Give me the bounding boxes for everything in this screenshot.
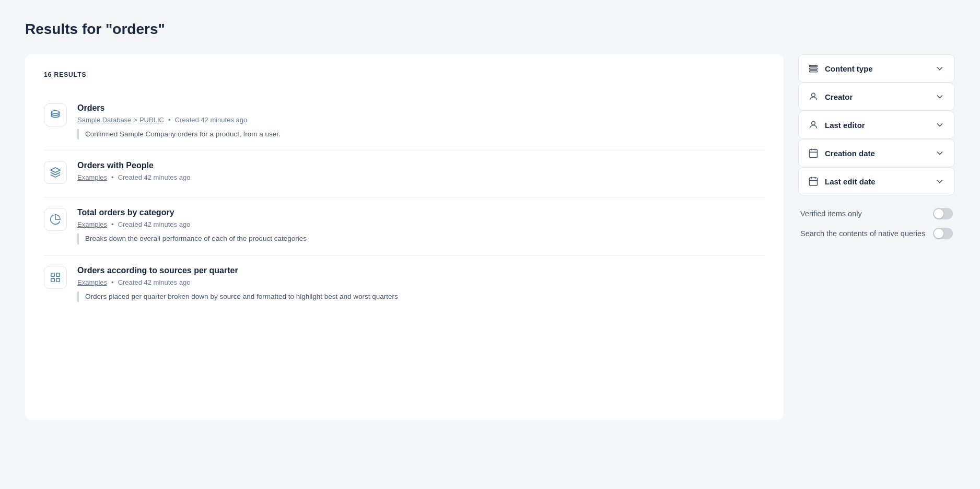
filter-dropdown-last-edit-date[interactable]: Last edit date bbox=[798, 167, 955, 195]
results-count: 16 RESULTS bbox=[44, 71, 765, 78]
result-meta-time: Created 42 minutes ago bbox=[118, 278, 191, 286]
person-icon bbox=[808, 120, 819, 130]
result-meta: Examples • Created 42 minutes ago bbox=[77, 278, 765, 286]
filter-toggles-container: Verified items only Search the contents … bbox=[798, 204, 955, 243]
result-meta-source[interactable]: Examples bbox=[77, 220, 107, 228]
svg-rect-4 bbox=[56, 278, 60, 281]
result-item-orders-by-quarter[interactable]: Orders according to sources per quarter … bbox=[44, 255, 765, 312]
result-item-total-orders-by-category[interactable]: Total orders by category Examples • Crea… bbox=[44, 197, 765, 254]
filter-dropdown-content-type[interactable]: Content type bbox=[798, 54, 955, 83]
filter-label-creation-date: Creation date bbox=[825, 149, 928, 158]
filter-dropdowns-container: Content type Creator Last editor Creatio… bbox=[798, 54, 955, 195]
chevron-down-icon bbox=[935, 63, 945, 74]
filter-toggle-label-verified-only: Verified items only bbox=[800, 209, 862, 218]
svg-rect-6 bbox=[810, 68, 818, 69]
result-meta-source[interactable]: Examples bbox=[77, 278, 107, 286]
toggle-verified-only[interactable] bbox=[933, 208, 953, 219]
page-title: Results for "orders" bbox=[25, 21, 955, 38]
filter-label-last-edit-date: Last edit date bbox=[825, 177, 928, 186]
result-meta: Examples • Created 42 minutes ago bbox=[77, 173, 765, 181]
chevron-down-icon bbox=[935, 120, 945, 130]
filter-label-content-type: Content type bbox=[825, 64, 928, 73]
result-title[interactable]: Orders with People bbox=[77, 161, 765, 170]
filter-dropdown-creator[interactable]: Creator bbox=[798, 83, 955, 111]
chevron-down-icon bbox=[935, 91, 945, 102]
result-title[interactable]: Orders bbox=[77, 103, 765, 113]
list-icon bbox=[808, 63, 819, 74]
result-icon bbox=[44, 208, 67, 231]
svg-rect-5 bbox=[810, 65, 818, 67]
svg-rect-11 bbox=[810, 178, 818, 185]
filter-toggle-label-native-queries: Search the contents of native queries bbox=[800, 229, 925, 238]
result-meta-time: Created 42 minutes ago bbox=[118, 220, 191, 228]
main-layout: 16 RESULTS Orders Sample Database > PUBL… bbox=[25, 54, 955, 420]
toggle-native-queries[interactable] bbox=[933, 228, 953, 239]
result-icon bbox=[44, 266, 67, 289]
result-description: Orders placed per quarter broken down by… bbox=[77, 292, 765, 302]
result-meta-path[interactable]: PUBLIC bbox=[139, 116, 164, 124]
result-title[interactable]: Total orders by category bbox=[77, 208, 765, 217]
result-title[interactable]: Orders according to sources per quarter bbox=[77, 266, 765, 275]
filter-toggle-row-verified-only: Verified items only bbox=[798, 204, 955, 224]
filter-label-creator: Creator bbox=[825, 92, 928, 101]
svg-point-9 bbox=[812, 121, 815, 125]
svg-rect-1 bbox=[51, 273, 54, 276]
filter-label-last-editor: Last editor bbox=[825, 121, 928, 130]
svg-rect-10 bbox=[810, 149, 818, 157]
person-icon bbox=[808, 91, 819, 102]
filter-panel: Content type Creator Last editor Creatio… bbox=[798, 54, 955, 243]
results-panel: 16 RESULTS Orders Sample Database > PUBL… bbox=[25, 54, 784, 420]
svg-rect-7 bbox=[810, 71, 818, 72]
chevron-down-icon bbox=[935, 176, 945, 187]
filter-dropdown-last-editor[interactable]: Last editor bbox=[798, 111, 955, 139]
result-item-orders[interactable]: Orders Sample Database > PUBLIC • Create… bbox=[44, 93, 765, 150]
result-content: Total orders by category Examples • Crea… bbox=[77, 208, 765, 244]
result-meta-time: Created 42 minutes ago bbox=[118, 173, 191, 181]
calendar-icon bbox=[808, 148, 819, 158]
result-content: Orders Sample Database > PUBLIC • Create… bbox=[77, 103, 765, 139]
result-description: Breaks down the overall performance of e… bbox=[77, 234, 765, 244]
calendar-icon bbox=[808, 176, 819, 187]
chevron-down-icon bbox=[935, 148, 945, 158]
svg-point-8 bbox=[812, 93, 815, 97]
filter-toggle-row-native-queries: Search the contents of native queries bbox=[798, 224, 955, 243]
result-content: Orders according to sources per quarter … bbox=[77, 266, 765, 302]
result-icon bbox=[44, 103, 67, 126]
svg-point-0 bbox=[52, 111, 60, 114]
result-meta-source[interactable]: Sample Database bbox=[77, 116, 131, 124]
result-description: Confirmed Sample Company orders for a pr… bbox=[77, 129, 765, 139]
result-meta-time: Created 42 minutes ago bbox=[174, 116, 247, 124]
filter-dropdown-creation-date[interactable]: Creation date bbox=[798, 139, 955, 167]
result-content: Orders with People Examples • Created 42… bbox=[77, 161, 765, 187]
result-meta: Examples • Created 42 minutes ago bbox=[77, 220, 765, 228]
results-list: Orders Sample Database > PUBLIC • Create… bbox=[44, 93, 765, 312]
svg-rect-2 bbox=[56, 273, 60, 276]
result-item-orders-with-people[interactable]: Orders with People Examples • Created 42… bbox=[44, 150, 765, 197]
result-meta-source[interactable]: Examples bbox=[77, 173, 107, 181]
svg-rect-3 bbox=[51, 278, 54, 281]
result-meta: Sample Database > PUBLIC • Created 42 mi… bbox=[77, 116, 765, 124]
result-icon bbox=[44, 161, 67, 184]
